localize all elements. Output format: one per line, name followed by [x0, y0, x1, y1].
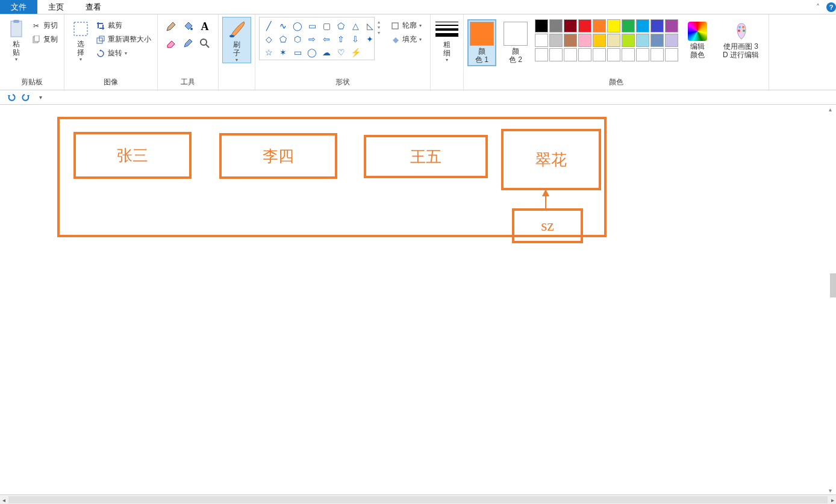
- shape-gallery[interactable]: ╱ ∿ ◯ ▭ ▢ ⬠ △ ◺ ◇ ⬠ ⬡ ⇨ ⇦ ⇧ ⇩ ✦ ☆ ✶ ▭ ◯: [259, 17, 375, 60]
- color-swatch[interactable]: [578, 34, 591, 47]
- color-swatch[interactable]: [650, 48, 664, 61]
- shape-oval-icon[interactable]: ◯: [291, 20, 304, 32]
- rotate-label: 旋转: [108, 48, 122, 58]
- color2-button[interactable]: 颜 色 2: [501, 19, 530, 64]
- canvas-area[interactable]: 张三李四王五翠花sz ▴ ▾: [0, 105, 836, 494]
- color-swatch[interactable]: [535, 19, 548, 33]
- horizontal-scrollbar[interactable]: ◂ ▸: [0, 494, 836, 504]
- undo-button[interactable]: [6, 92, 17, 103]
- color-swatch[interactable]: [622, 19, 635, 33]
- color-swatch[interactable]: [564, 34, 577, 47]
- brush-button[interactable]: 刷 子 ▾: [222, 17, 251, 63]
- shape-lightning-icon[interactable]: ⚡: [349, 46, 362, 58]
- color-swatch[interactable]: [578, 19, 591, 33]
- tab-file[interactable]: 文件: [0, 0, 37, 14]
- shape-callout-oval-icon[interactable]: ◯: [305, 46, 319, 58]
- magnifier-tool[interactable]: [198, 36, 212, 51]
- edit-colors-button[interactable]: 编辑 颜色: [683, 19, 712, 59]
- paste-button[interactable]: 粘 贴 ▾: [4, 17, 29, 62]
- stroke-width-button[interactable]: 粗 细 ▾: [434, 17, 460, 63]
- color-swatch[interactable]: [593, 34, 606, 47]
- drawn-arrow-head: [542, 189, 549, 196]
- color-swatch[interactable]: [665, 48, 678, 61]
- color1-button[interactable]: 颜 色 1: [467, 19, 496, 66]
- color-swatch[interactable]: [607, 48, 620, 61]
- shape-star5-icon[interactable]: ☆: [262, 46, 275, 58]
- vscroll-thumb[interactable]: [830, 273, 836, 297]
- hscroll-right[interactable]: ▸: [829, 496, 836, 503]
- color-swatch[interactable]: [622, 48, 635, 61]
- shape-star6-icon[interactable]: ✶: [276, 46, 290, 58]
- color-swatch[interactable]: [549, 34, 563, 47]
- vscroll-down[interactable]: ▾: [829, 487, 835, 493]
- collapse-ribbon-icon[interactable]: ˄: [812, 0, 824, 14]
- color-swatch[interactable]: [665, 19, 678, 33]
- pencil-tool[interactable]: [164, 19, 178, 34]
- shape-callout-rect-icon[interactable]: ▭: [291, 46, 304, 58]
- hscroll-left[interactable]: ◂: [0, 496, 7, 503]
- color-swatch[interactable]: [535, 34, 548, 47]
- color-swatch[interactable]: [549, 19, 563, 33]
- hscroll-track[interactable]: [8, 496, 828, 503]
- shapes-expand[interactable]: ▾: [375, 30, 383, 36]
- paint3d-button[interactable]: 使用画图 3 D 进行编辑: [717, 19, 765, 59]
- shape-star4-icon[interactable]: ✦: [363, 33, 375, 45]
- vscroll-up[interactable]: ▴: [829, 106, 835, 112]
- color-swatch[interactable]: [636, 48, 649, 61]
- help-icon[interactable]: ?: [826, 2, 836, 12]
- color-swatch[interactable]: [535, 48, 548, 61]
- color-swatch[interactable]: [549, 48, 563, 61]
- color-swatch[interactable]: [607, 19, 620, 33]
- shape-hexagon-icon[interactable]: ⬡: [291, 33, 304, 45]
- brush-icon: [227, 20, 246, 39]
- color-swatch[interactable]: [593, 48, 606, 61]
- resize-button[interactable]: 重新调整大小: [93, 33, 154, 46]
- shape-triangle-icon[interactable]: △: [349, 20, 362, 32]
- color-swatch[interactable]: [636, 19, 649, 33]
- color-swatch[interactable]: [564, 19, 577, 33]
- select-button[interactable]: 选 择 ▾: [68, 17, 93, 62]
- shape-fill-button[interactable]: 填充 ▾: [388, 33, 424, 46]
- qat-customize[interactable]: ▾: [35, 92, 46, 103]
- svg-rect-4: [74, 22, 87, 36]
- crop-button[interactable]: 裁剪: [93, 19, 154, 32]
- copy-button[interactable]: 复制: [29, 33, 60, 46]
- redo-button[interactable]: [20, 92, 31, 103]
- shape-arrow-left-icon[interactable]: ⇦: [320, 33, 333, 45]
- shape-diamond-icon[interactable]: ◇: [262, 33, 275, 45]
- shapes-scroll-down[interactable]: ▾: [375, 25, 383, 30]
- tab-home[interactable]: 主页: [37, 0, 75, 14]
- color-swatch[interactable]: [636, 34, 649, 47]
- color-swatch[interactable]: [665, 34, 678, 47]
- shape-curve-icon[interactable]: ∿: [276, 20, 290, 32]
- cut-button[interactable]: ✂ 剪切: [29, 19, 60, 32]
- eraser-tool[interactable]: [164, 36, 178, 51]
- color-swatch[interactable]: [578, 48, 591, 61]
- shape-arrow-up-icon[interactable]: ⇧: [334, 33, 348, 45]
- color-swatch[interactable]: [564, 48, 577, 61]
- color-picker-tool[interactable]: [181, 36, 195, 51]
- shape-polygon-icon[interactable]: ⬠: [334, 20, 348, 32]
- color-swatch[interactable]: [607, 34, 620, 47]
- shape-right-triangle-icon[interactable]: ◺: [363, 20, 375, 32]
- color-swatch[interactable]: [593, 19, 606, 33]
- tab-view[interactable]: 查看: [75, 0, 112, 14]
- shape-rect-icon[interactable]: ▭: [305, 20, 319, 32]
- shape-outline-button[interactable]: 轮廓 ▾: [388, 19, 424, 32]
- color-swatch[interactable]: [622, 34, 635, 47]
- shape-arrow-right-icon[interactable]: ⇨: [305, 33, 319, 45]
- color-swatch[interactable]: [650, 34, 664, 47]
- shape-roundrect-icon[interactable]: ▢: [320, 20, 333, 32]
- shape-arrow-down-icon[interactable]: ⇩: [349, 33, 362, 45]
- color-swatch[interactable]: [650, 19, 664, 33]
- text-tool[interactable]: A: [198, 19, 212, 34]
- group-tools: A 工具: [158, 14, 219, 90]
- rotate-button[interactable]: 旋转 ▾: [93, 47, 154, 60]
- shapes-scroll-up[interactable]: ▴: [375, 19, 383, 25]
- shape-callout-cloud-icon[interactable]: ☁: [320, 46, 333, 58]
- shape-pentagon-icon[interactable]: ⬠: [276, 33, 290, 45]
- fill-tool[interactable]: [181, 19, 195, 34]
- shape-line-icon[interactable]: ╱: [262, 20, 275, 32]
- select-label: 选 择: [77, 40, 84, 57]
- shape-heart-icon[interactable]: ♡: [334, 46, 348, 58]
